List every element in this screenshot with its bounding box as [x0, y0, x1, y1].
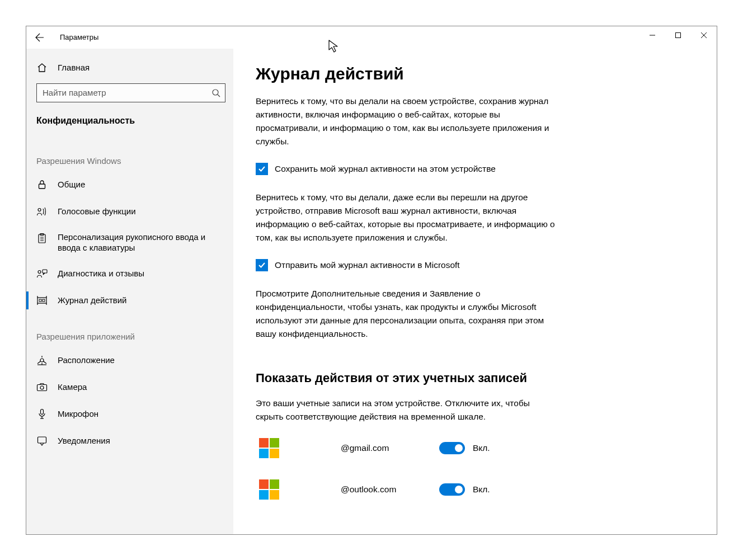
svg-rect-19	[43, 299, 45, 302]
minimize-icon	[649, 32, 656, 39]
feedback-icon	[36, 268, 48, 279]
accounts-paragraph: Это ваши учетные записи на этом устройст…	[256, 397, 558, 423]
camera-icon	[36, 382, 48, 393]
svg-line-24	[44, 361, 46, 364]
maximize-icon	[675, 32, 681, 39]
sidebar-item-location[interactable]: Расположение	[26, 347, 233, 374]
arrow-left-icon	[35, 33, 44, 42]
svg-point-27	[40, 386, 44, 389]
section-windows-permissions: Разрешения Windows	[26, 138, 233, 171]
accounts-subtitle: Показать действия от этих учетных записе…	[256, 371, 694, 385]
sidebar-item-label: Журнал действий	[58, 295, 126, 306]
svg-rect-12	[43, 270, 47, 273]
intro-paragraph-2: Вернитесь к тому, что вы делали, даже ес…	[256, 191, 558, 244]
svg-rect-4	[39, 184, 45, 189]
body: Главная Конфиденциальность Разрешения Wi…	[26, 49, 717, 534]
microsoft-logo-icon	[259, 479, 279, 500]
toggle-state-label: Вкл.	[473, 484, 490, 495]
back-button[interactable]	[26, 26, 53, 49]
svg-rect-1	[676, 32, 681, 37]
svg-line-3	[218, 95, 220, 97]
sidebar-item-label: Диагностика и отзывы	[58, 268, 144, 279]
svg-point-5	[38, 208, 41, 211]
minimize-button[interactable]	[639, 26, 665, 44]
checkbox-icon	[256, 163, 268, 175]
account-row-outlook: @outlook.com Вкл.	[256, 479, 694, 500]
sidebar-item-inking[interactable]: Персонализация рукописного ввода и ввода…	[26, 225, 233, 260]
sidebar-item-activity-history[interactable]: Журнал действий	[26, 287, 233, 314]
svg-line-23	[37, 361, 40, 364]
account-name: @outlook.com	[341, 484, 439, 495]
sidebar-item-label: Расположение	[58, 355, 115, 366]
sidebar-item-microphone[interactable]: Микрофон	[26, 401, 233, 427]
sidebar-home-label: Главная	[58, 63, 90, 72]
checkbox-label: Отправить мой журнал активности в Micros…	[275, 260, 460, 270]
sidebar-item-voice[interactable]: Голосовые функции	[26, 198, 233, 225]
account-toggle[interactable]	[439, 483, 465, 496]
sidebar-item-camera[interactable]: Камера	[26, 374, 233, 401]
checkbox-icon	[256, 259, 268, 271]
svg-rect-13	[37, 298, 46, 303]
checkbox-store-device[interactable]: Сохранить мой журнал активности на этом …	[256, 163, 694, 175]
sidebar-home[interactable]: Главная	[26, 57, 233, 79]
microsoft-logo-icon	[259, 438, 279, 458]
settings-window: Параметры Главная	[26, 26, 717, 535]
svg-point-11	[38, 270, 41, 273]
notifications-icon	[36, 435, 48, 446]
search-box[interactable]	[36, 83, 225, 102]
sidebar-item-label: Общие	[58, 179, 85, 190]
lock-icon	[36, 179, 48, 190]
category-label: Конфиденциальность	[26, 109, 233, 138]
intro-paragraph-1: Вернитесь к тому, что вы делали на своем…	[256, 95, 558, 148]
window-controls	[639, 26, 717, 44]
sidebar: Главная Конфиденциальность Разрешения Wi…	[26, 49, 233, 534]
titlebar: Параметры	[26, 26, 717, 49]
svg-rect-28	[41, 409, 44, 414]
toggle-state-label: Вкл.	[473, 443, 490, 453]
search-icon	[211, 88, 220, 97]
close-icon	[700, 32, 707, 39]
sidebar-item-general[interactable]: Общие	[26, 171, 233, 198]
svg-rect-26	[37, 384, 47, 390]
sidebar-item-label: Голосовые функции	[58, 206, 136, 217]
sidebar-item-diagnostics[interactable]: Диагностика и отзывы	[26, 260, 233, 287]
account-toggle[interactable]	[439, 442, 465, 454]
sidebar-item-label: Уведомления	[58, 435, 110, 446]
location-icon	[36, 355, 48, 366]
voice-icon	[36, 206, 48, 217]
checkbox-label: Сохранить мой журнал активности на этом …	[275, 164, 496, 174]
sidebar-item-label: Персонализация рукописного ввода и ввода…	[58, 232, 223, 253]
section-app-permissions: Разрешения приложений	[26, 314, 233, 347]
sidebar-item-notifications[interactable]: Уведомления	[26, 427, 233, 454]
microphone-icon	[36, 408, 48, 420]
account-row-gmail: @gmail.com Вкл.	[256, 438, 694, 458]
svg-rect-18	[39, 299, 41, 302]
page-title: Журнал действий	[256, 64, 694, 83]
close-button[interactable]	[691, 26, 717, 44]
window-title: Параметры	[53, 33, 98, 41]
svg-rect-31	[38, 437, 46, 443]
main-content: Журнал действий Вернитесь к тому, что вы…	[233, 49, 717, 534]
clipboard-icon	[36, 233, 48, 244]
svg-point-20	[40, 359, 44, 362]
sidebar-item-label: Микрофон	[58, 408, 98, 420]
home-icon	[36, 62, 48, 73]
search-wrap	[26, 79, 233, 109]
search-input[interactable]	[43, 88, 211, 97]
privacy-paragraph: Просмотрите Дополнительные сведения и За…	[256, 287, 558, 341]
checkbox-send-microsoft[interactable]: Отправить мой журнал активности в Micros…	[256, 259, 694, 271]
maximize-button[interactable]	[665, 26, 691, 44]
timeline-icon	[36, 295, 48, 306]
account-name: @gmail.com	[341, 443, 439, 453]
svg-point-2	[213, 90, 218, 95]
sidebar-item-label: Камера	[58, 382, 87, 393]
